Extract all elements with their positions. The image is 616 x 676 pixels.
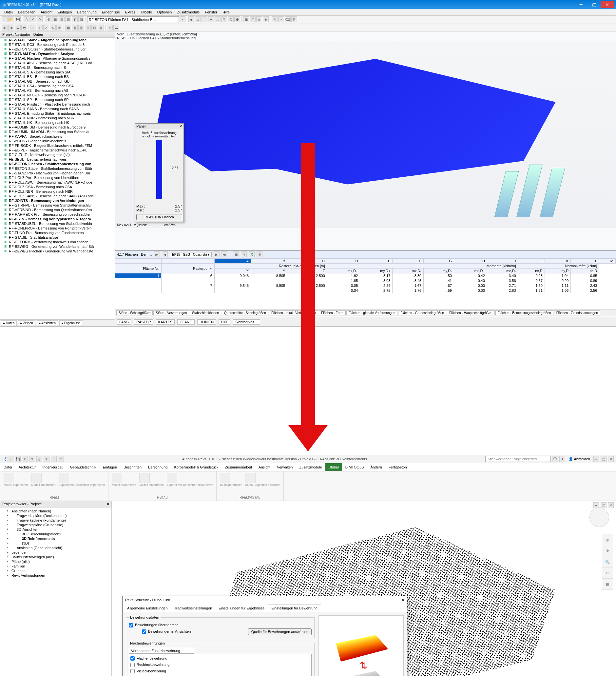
ribbon-tab[interactable]: Ingenieurbau — [39, 463, 66, 471]
tool-icon[interactable]: ▦ — [52, 16, 58, 22]
menu-fenster[interactable]: Fenster — [202, 9, 220, 15]
table-tool-icon[interactable]: ⎙ — [241, 251, 247, 257]
table-cell[interactable]: 1.92 — [327, 273, 360, 278]
nav-item[interactable]: RF-STAHL AS - Bemessung nach AS — [0, 88, 115, 93]
nav-item[interactable]: RF-STAHL SIA - Bemessung nach SIA — [0, 70, 115, 74]
nav-item[interactable]: RF-HOLZ CSA - Bemessung nach CSA — [0, 184, 115, 189]
table-cell[interactable]: -3.40 — [487, 273, 518, 278]
table-cell[interactable] — [115, 288, 162, 293]
viewcube[interactable] — [590, 507, 609, 527]
table-cell[interactable]: -0.89 — [571, 278, 599, 283]
browser-item[interactable]: Tragwerkspläne (Fundamente) — [2, 518, 110, 522]
results-table[interactable]: ABCDEFGHIJKLM Fläche Nr. Rasterpunkt Ras… — [115, 258, 616, 293]
browser-item[interactable]: Tragwerkspläne (Grundrisse) — [2, 522, 110, 527]
tool-icon[interactable]: ⬢ — [234, 16, 240, 22]
table-tab[interactable]: Flächen - Grundspannungen — [554, 311, 600, 316]
table-nav-icon[interactable]: ◀ — [162, 251, 168, 257]
table-cell[interactable]: 1 — [115, 273, 162, 278]
browser-item[interactable]: Revit-Verknüpfungen — [2, 573, 110, 578]
table-cell[interactable] — [214, 288, 251, 293]
menu-optionen[interactable]: Optionen — [155, 9, 175, 15]
nav-item[interactable]: RF-STIRNPL - Bemessung von Stirnplattena… — [0, 203, 115, 208]
export-model-icon[interactable] — [112, 473, 122, 483]
tool-icon[interactable]: ⬡ — [228, 16, 234, 22]
tool-icon[interactable]: ⌫ — [285, 16, 291, 22]
tool-icon[interactable]: ▣ — [243, 16, 249, 22]
menu-ergebnisse[interactable]: Ergebnisse — [99, 9, 123, 15]
parameters-icon[interactable] — [220, 473, 230, 483]
table-cell[interactable]: -3.30 — [392, 273, 424, 278]
tool-icon[interactable]: ↕ — [37, 24, 43, 31]
col-header[interactable]: D — [327, 259, 360, 264]
table-cell[interactable]: …67 — [424, 283, 454, 288]
menu-hilfe[interactable]: Hilfe — [220, 9, 232, 15]
orbit-icon[interactable]: ⟳ — [602, 567, 613, 579]
tool-icon[interactable]: ▽ — [221, 16, 227, 22]
browser-tree[interactable]: Ansichten (nach Namen)Tragwerkspläne (De… — [0, 507, 111, 579]
nav-item[interactable]: RF-STAHL Plastisch - Plastische Bemessun… — [0, 102, 115, 107]
table-cell[interactable]: 1.11 — [545, 283, 570, 288]
export-calc-import-icon[interactable] — [167, 473, 177, 483]
status-toggle[interactable]: RASTER — [134, 319, 153, 325]
module-address[interactable] — [87, 16, 179, 23]
table-cell[interactable]: 1.04 — [545, 273, 570, 278]
nav-item[interactable]: RF-HOLZ AWC - Bemessung nach AWC (LRFD o… — [0, 180, 115, 184]
import-model-icon[interactable] — [139, 473, 150, 483]
table-cell[interactable]: -1.67 — [392, 283, 424, 288]
nav-item[interactable]: RF-DYNAM Pro - Dynamische Analyse — [0, 51, 115, 56]
table-cell[interactable]: 0.05 — [327, 283, 360, 288]
reinforcement-option[interactable]: Vieleckbewehrung — [130, 668, 310, 675]
nav-item[interactable]: RF-STABIL - Stabilitätsanalyse — [0, 235, 115, 240]
menu-bearbeiten[interactable]: Bearbeiten — [15, 9, 38, 15]
panel-module-button[interactable]: RF-BETON Flächen — [136, 214, 182, 220]
browser-item[interactable]: Bauteillisten/Mengen (alle) — [2, 555, 110, 559]
table-cell[interactable]: 0.42 — [454, 273, 487, 278]
select-source-button[interactable]: Quelle für Bewehrungen auswählen — [248, 628, 312, 635]
dialog-tab[interactable]: Einstellungen für Ergebnisse — [215, 605, 268, 612]
table-tab[interactable]: Flächen - Form — [319, 311, 346, 316]
col-header[interactable]: H — [454, 259, 487, 264]
tool-icon[interactable]: ◆ — [188, 16, 194, 22]
nav-item[interactable]: RF-BETON Stäbe - Stahlbetonbemessung von… — [0, 166, 115, 171]
tool-icon[interactable]: ◉ — [263, 16, 269, 22]
tool-icon[interactable]: ● — [208, 16, 214, 22]
ribbon-tab[interactable]: Berechnung — [145, 463, 171, 471]
table-cell[interactable]: 8.505 — [251, 273, 287, 278]
3d-scene[interactable]: Max a-s,1,+z (unten: ……………cm^2/m — [115, 41, 616, 228]
results-panel[interactable]: Panel ✕ Vorh. Zusatzbewehrung a_{s,1,+z … — [135, 123, 184, 222]
go-icon[interactable]: ▸ — [180, 16, 185, 22]
col-header[interactable]: I — [487, 259, 518, 264]
status-toggle[interactable]: DXF — [219, 319, 230, 325]
nav-item[interactable]: RF-JOINTS - Bemessung von Verbindungen — [0, 199, 115, 203]
browser-item[interactable]: Familien — [2, 564, 110, 568]
nav-tab[interactable]: ▸ Ergebnisse — [59, 320, 83, 326]
ribbon-tab[interactable]: Fertigbeton — [385, 463, 410, 471]
tool-icon[interactable]: △ — [214, 16, 221, 22]
table-tab[interactable]: Flächen - globale Verformungen — [346, 311, 397, 316]
browser-item[interactable]: 3D / Berechnungsmodell — [2, 532, 110, 537]
tool-icon[interactable]: ◈ — [256, 16, 262, 22]
browser-item[interactable]: Legenden — [2, 550, 110, 555]
table-tab[interactable]: Stäbe - Schnittgrößen — [116, 311, 153, 316]
table-nav-icon[interactable]: ⏭ — [222, 251, 227, 257]
save-icon[interactable]: 💾 — [15, 456, 21, 462]
open-icon[interactable]: ▫ — [7, 456, 13, 462]
redo-icon[interactable]: ↷ — [29, 456, 35, 462]
maximize-icon[interactable]: ▢ — [601, 456, 607, 462]
nav-item[interactable]: RF-STAHL NBR - Bemessung nach NBR — [0, 116, 115, 120]
tool-icon[interactable]: ◐ — [2, 24, 7, 31]
browser-item[interactable]: 3D Reinforcements — [2, 537, 110, 541]
nav-item[interactable]: RF-STAHL Flächen - Allgemeine Spannungsa… — [0, 56, 115, 61]
tool-icon[interactable]: ⊟ — [91, 24, 97, 31]
reinforcement-option[interactable]: Flächenbewehrung — [130, 655, 310, 662]
table-cell[interactable] — [251, 278, 287, 283]
nav-item[interactable]: RF-STAHL SANS - Bemessung nach SANS — [0, 107, 115, 111]
nav-item[interactable]: RF-STAHL SP - Bemessung nach SP — [0, 97, 115, 102]
dialog-tab[interactable]: Tragwerkseinstellungen — [171, 605, 215, 612]
col-header[interactable]: J — [518, 259, 545, 264]
col-header[interactable]: K — [545, 259, 570, 264]
nav-item[interactable]: RF-C-ZU-T - Nachweis von grenz (c/t) — [0, 153, 115, 157]
view-max-icon[interactable]: ▢ — [601, 502, 607, 508]
menu-berechnung[interactable]: Berechnung — [74, 9, 99, 15]
tool-icon[interactable]: ▢ — [250, 16, 256, 22]
